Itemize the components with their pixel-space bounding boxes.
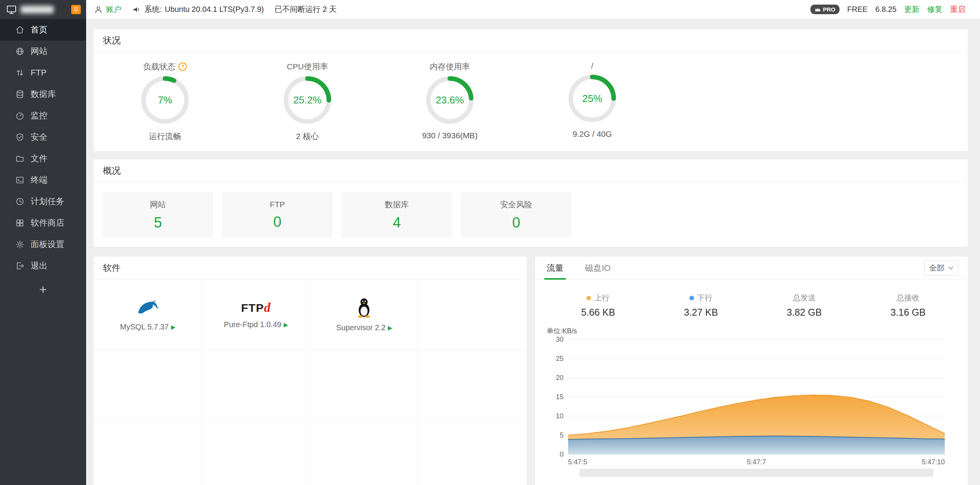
software-cell-empty (418, 280, 527, 350)
range-select[interactable]: 全部 (924, 260, 959, 276)
sidebar-item-files[interactable]: 文件 (0, 148, 86, 169)
software-name: Pure-Ftpd 1.0.49 ▶ (224, 320, 288, 329)
restart-link[interactable]: 重启 (950, 4, 965, 15)
home-icon (15, 25, 24, 34)
tab-diskio[interactable]: 磁盘IO (583, 257, 613, 279)
bottom-row: 软件 MySQL 5.7.37 ▶ F (94, 257, 968, 485)
overview-card: 概况 网站 5 FTP 0 数据库 4 安全风险 0 (94, 159, 968, 247)
sidebar-item-website[interactable]: 网站 (0, 41, 86, 62)
download-dot (689, 296, 694, 300)
sidebar-item-label: 安全 (31, 131, 47, 143)
software-grid: MySQL 5.7.37 ▶ FTPd Pure-Ftpd 1.0.49 ▶ (94, 280, 527, 485)
software-cell-empty (202, 421, 310, 485)
software-cell-empty (94, 350, 202, 421)
software-cell-supervisor[interactable]: Supervisor 2.2 ▶ (310, 280, 419, 350)
software-cell-empty (418, 421, 527, 485)
software-cell-pureftpd[interactable]: FTPd Pure-Ftpd 1.0.49 ▶ (202, 280, 310, 350)
stat-security-risks[interactable]: 安全风险 0 (461, 192, 571, 238)
tab-traffic[interactable]: 流量 (544, 257, 566, 279)
svg-text:5:47:10: 5:47:10 (922, 458, 945, 466)
svg-text:30: 30 (556, 336, 564, 343)
svg-text:20: 20 (556, 374, 564, 382)
software-cell-empty (418, 350, 527, 421)
software-cell-empty (310, 421, 419, 485)
gauge-disk-donut: 25% (567, 74, 617, 123)
sidebar-item-label: 计划任务 (31, 196, 64, 207)
sidebar-item-ftp[interactable]: FTP (0, 62, 86, 84)
account-label: 账户 (106, 4, 121, 15)
bt-panel-app: 0 首页 网站 FTP 数据库 监控 (0, 0, 980, 485)
gauge-disk-root: / 25% 9.2G / 40G (521, 61, 663, 142)
sidebar-item-logout[interactable]: 退出 (0, 255, 86, 277)
pro-badge-label: PRO (823, 6, 836, 13)
software-cell-empty (94, 421, 202, 485)
traffic-card-header: 流量 磁盘IO 全部 (535, 257, 968, 280)
add-menu-button[interactable]: + (0, 280, 86, 299)
transfer-arrows-icon (15, 68, 24, 77)
gear-icon (15, 240, 24, 249)
topbar: 账户 系统: Ubuntu 20.04.1 LTS(Py3.7.9) 已不间断运… (86, 0, 980, 19)
sidebar-item-cron[interactable]: 计划任务 (0, 191, 86, 212)
sidebar-nav: 首页 网站 FTP 数据库 监控 安全 (0, 19, 86, 277)
blurred-logo (21, 6, 54, 13)
stat-websites[interactable]: 网站 5 (103, 192, 213, 238)
running-status-icon: ▶ (171, 324, 176, 331)
sidebar: 0 首页 网站 FTP 数据库 监控 (0, 0, 86, 485)
svg-text:15: 15 (556, 393, 564, 401)
gauge-cpu-percent: 25.2% (283, 75, 332, 125)
database-icon (15, 90, 24, 99)
running-status-icon: ▶ (388, 324, 392, 331)
gauge-disk-percent: 25% (567, 74, 617, 123)
message-count-badge[interactable]: 0 (71, 5, 81, 14)
gauge-memory-sub: 930 / 3936(MB) (422, 131, 478, 140)
terminal-icon (15, 175, 24, 185)
software-card-title: 软件 (94, 257, 527, 280)
logo-area[interactable]: 0 (0, 0, 86, 19)
sidebar-item-label: 网站 (31, 46, 47, 57)
sidebar-item-settings[interactable]: 面板设置 (0, 234, 86, 255)
status-card: 状况 负载状态 ? 7% 运行流畅 CPU使用率 (94, 29, 968, 151)
tux-penguin-icon (355, 297, 373, 318)
clock-icon (15, 197, 24, 206)
sidebar-item-terminal[interactable]: 终端 (0, 169, 86, 191)
gauge-load-percent: 7% (140, 75, 190, 125)
free-label: FREE (847, 5, 867, 14)
speedometer-icon (15, 111, 24, 120)
sidebar-item-label: 文件 (31, 153, 47, 164)
gauge-cpu: CPU使用率 25.2% 2 核心 (236, 61, 379, 142)
gauge-memory-percent: 23.6% (425, 75, 475, 125)
upload-dot (586, 296, 591, 300)
grid-icon (15, 218, 24, 228)
logout-icon (15, 261, 24, 270)
gauge-cpu-donut: 25.2% (283, 75, 332, 125)
stat-ftp[interactable]: FTP 0 (222, 192, 332, 238)
gauge-cpu-sub: 2 核心 (296, 131, 319, 142)
help-icon[interactable]: ? (178, 62, 187, 71)
sidebar-item-database[interactable]: 数据库 (0, 84, 86, 105)
update-link[interactable]: 更新 (904, 4, 920, 15)
legend-upload: 上行 5.66 KB (581, 293, 615, 318)
sidebar-item-label: 终端 (31, 174, 47, 186)
traffic-chart-area: 单位:KB/s 0510152025305:47:55:47:75:47:10 (535, 326, 968, 477)
sidebar-item-monitor[interactable]: 监控 (0, 105, 86, 126)
system-value: Ubuntu 20.04.1 LTS(Py3.7.9) (165, 5, 264, 14)
gauge-memory-donut: 23.6% (425, 75, 475, 125)
sidebar-item-home[interactable]: 首页 (0, 19, 86, 41)
sidebar-item-security[interactable]: 安全 (0, 126, 86, 148)
uptime-text: 已不间断运行 2 天 (274, 4, 336, 15)
sidebar-item-label: 软件商店 (31, 217, 64, 229)
speaker-icon (132, 5, 141, 14)
sidebar-item-appstore[interactable]: 软件商店 (0, 212, 86, 234)
software-cell-mysql[interactable]: MySQL 5.7.37 ▶ (94, 280, 202, 350)
repair-link[interactable]: 修复 (927, 4, 942, 15)
traffic-legend: 上行 5.66 KB 下行 3.27 KB 总发送 3.82 GB (535, 280, 968, 318)
gauge-cpu-label: CPU使用率 (287, 61, 328, 72)
pro-badge[interactable]: PRO (810, 5, 840, 14)
gauge-disk-sub: 9.2G / 40G (573, 129, 612, 139)
legend-total-received: 总接收 3.16 GB (890, 293, 926, 318)
chart-datazoom-slider[interactable] (580, 469, 933, 477)
stat-databases[interactable]: 数据库 4 (342, 192, 452, 238)
software-card: 软件 MySQL 5.7.37 ▶ F (94, 257, 527, 485)
sidebar-item-label: 面板设置 (31, 239, 64, 250)
account-menu[interactable]: 账户 (94, 4, 121, 15)
